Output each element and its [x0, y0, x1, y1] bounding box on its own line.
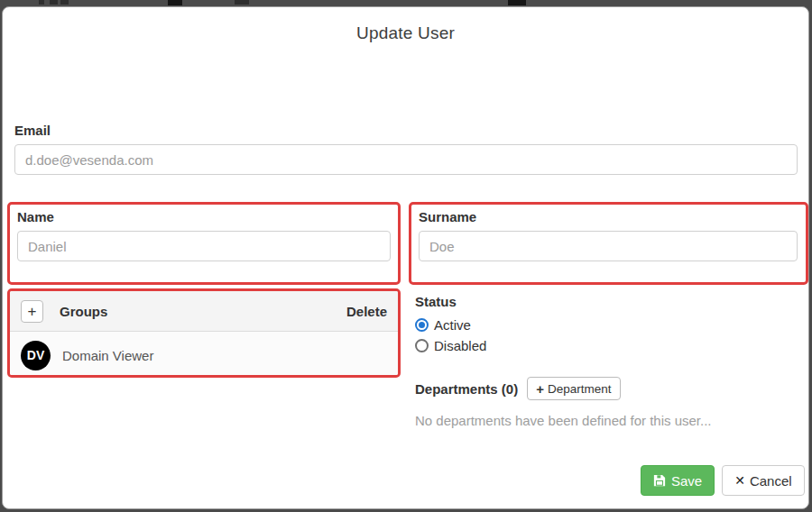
group-name: Domain Viewer — [62, 348, 153, 363]
x-icon: ✕ — [734, 473, 745, 488]
cancel-button[interactable]: ✕ Cancel — [722, 465, 804, 496]
name-input[interactable] — [17, 231, 391, 261]
groups-header: + Groups Delete — [10, 291, 398, 332]
floppy-disk-icon — [653, 474, 666, 487]
dialog-footer: Save ✕ Cancel — [641, 465, 805, 496]
surname-label: Surname — [419, 209, 798, 224]
backdrop-artifact — [508, 0, 526, 5]
backdrop-artifact — [168, 0, 182, 5]
status-group: Status Active Disabled — [415, 294, 486, 353]
backdrop-artifact — [60, 0, 69, 5]
save-button-label: Save — [671, 473, 702, 489]
backdrop-artifact — [39, 0, 44, 5]
departments-empty-message: No departments have been defined for thi… — [415, 413, 712, 428]
departments-header: Departments (0) + Department — [415, 377, 712, 400]
group-row[interactable]: DV Domain Viewer — [10, 332, 398, 378]
departments-group: Departments (0) + Department No departme… — [415, 377, 712, 428]
add-department-label: Department — [548, 382, 612, 396]
status-radio-disabled[interactable]: Disabled — [415, 338, 486, 353]
delete-column-header: Delete — [346, 304, 387, 319]
surname-input[interactable] — [419, 231, 798, 261]
backdrop-artifact — [235, 0, 249, 5]
email-label: Email — [14, 123, 798, 138]
plus-icon: + — [536, 381, 544, 397]
surname-annotation-box: Surname — [409, 202, 808, 285]
add-group-button[interactable]: + — [21, 300, 43, 323]
dialog-title: Update User — [3, 23, 808, 43]
save-button[interactable]: Save — [641, 465, 715, 496]
add-department-button[interactable]: + Department — [527, 377, 620, 400]
plus-icon: + — [28, 303, 37, 320]
name-label: Name — [17, 209, 391, 224]
departments-label: Departments (0) — [415, 381, 518, 397]
backdrop-artifact — [50, 0, 58, 5]
groups-annotation-box: + Groups Delete DV Domain Viewer — [7, 288, 401, 378]
email-field-group: Email — [14, 123, 798, 175]
radio-button-icon[interactable] — [415, 318, 429, 332]
groups-column-header: Groups — [60, 304, 107, 319]
status-label: Status — [415, 294, 486, 309]
group-avatar: DV — [21, 341, 51, 370]
status-radio-active[interactable]: Active — [415, 317, 486, 333]
cancel-button-label: Cancel — [750, 473, 792, 489]
status-disabled-label: Disabled — [434, 338, 486, 353]
name-annotation-box: Name — [7, 202, 401, 285]
status-active-label: Active — [434, 317, 471, 333]
update-user-dialog: Update User Email Name Surname + Groups … — [2, 6, 809, 509]
radio-button-icon[interactable] — [415, 339, 429, 352]
email-input[interactable] — [14, 144, 798, 175]
